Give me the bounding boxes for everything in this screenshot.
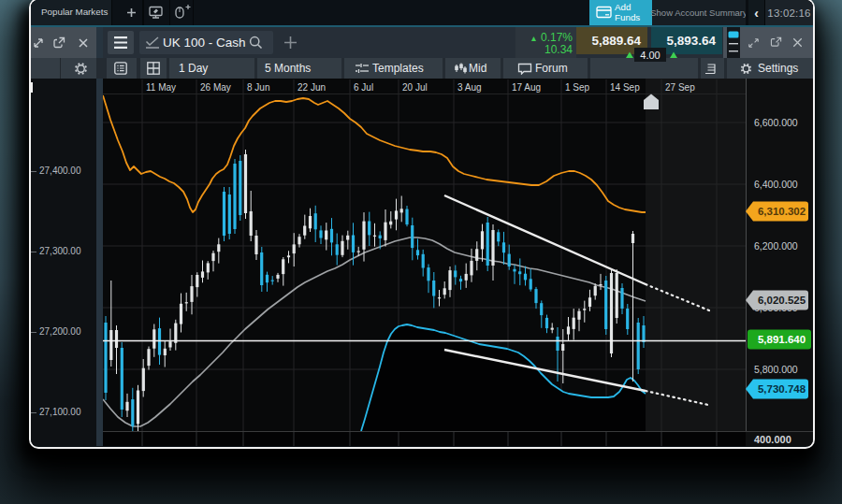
- svg-text:8 Jun: 8 Jun: [247, 82, 269, 93]
- svg-text:22 Jun: 22 Jun: [298, 82, 326, 93]
- svg-text:3 Aug: 3 Aug: [457, 82, 482, 93]
- svg-text:20 Jul: 20 Jul: [402, 82, 428, 93]
- svg-text:6,200.000: 6,200.000: [754, 240, 798, 252]
- svg-text:5,800.000: 5,800.000: [754, 364, 798, 375]
- svg-text:400.000: 400.000: [754, 434, 791, 445]
- svg-text:14 Sep: 14 Sep: [610, 82, 640, 93]
- svg-text:6,400.000: 6,400.000: [754, 179, 798, 190]
- svg-text:5,891.640: 5,891.640: [758, 334, 806, 345]
- svg-text:17 Aug: 17 Aug: [512, 82, 541, 93]
- svg-text:26 May: 26 May: [200, 82, 231, 93]
- svg-text:1 Sep: 1 Sep: [565, 82, 590, 93]
- svg-text:6,020.525: 6,020.525: [758, 295, 806, 306]
- svg-text:6,310.302: 6,310.302: [758, 206, 806, 217]
- svg-text:11 May: 11 May: [146, 82, 176, 93]
- svg-text:6,600.000: 6,600.000: [754, 117, 798, 128]
- svg-text:6 Jul: 6 Jul: [354, 82, 373, 93]
- svg-text:4.00: 4.00: [640, 50, 660, 61]
- svg-text:27 Sep: 27 Sep: [665, 82, 695, 93]
- svg-text:5,730.748: 5,730.748: [758, 383, 806, 395]
